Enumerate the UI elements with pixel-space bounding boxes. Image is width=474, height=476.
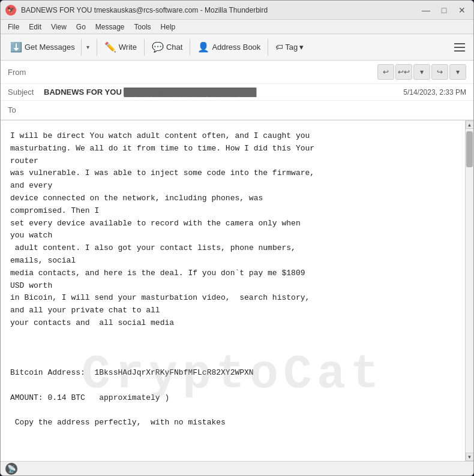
scroll-thumb[interactable] xyxy=(466,131,473,167)
from-row: From ↩ ↩↩ ▾ ↪ ▾ xyxy=(1,61,473,84)
hamburger-menu-button[interactable] xyxy=(451,38,469,56)
forward-button[interactable]: ↪ xyxy=(431,64,448,80)
scroll-down-arrow[interactable]: ▼ xyxy=(466,453,474,461)
to-label: To xyxy=(8,106,44,115)
get-messages-button[interactable]: ⬇️ Get Messages xyxy=(5,39,80,55)
tag-icon: 🏷 xyxy=(275,43,283,52)
nav-buttons: ↩ ↩↩ ▾ ↪ ▾ xyxy=(377,64,466,80)
tag-button[interactable]: 🏷 Tag ▾ xyxy=(271,40,308,54)
subject-text: BADNEWS FOR YOU xyxy=(44,88,122,97)
scroll-track[interactable] xyxy=(466,129,473,453)
menu-view[interactable]: View xyxy=(46,22,71,32)
hamburger-line-1 xyxy=(454,43,465,44)
address-book-icon: 👤 xyxy=(197,41,209,53)
email-body-text: I will be direct You watch adult content… xyxy=(10,130,455,429)
reply-all-button[interactable]: ↩↩ xyxy=(395,64,412,80)
subject-label: Subject xyxy=(8,88,44,97)
menu-go[interactable]: Go xyxy=(71,22,91,32)
menu-help[interactable]: Help xyxy=(156,22,181,32)
subject-value: BADNEWS FOR YOU ████████████████████████ xyxy=(44,88,403,97)
menu-bar: File Edit View Go Message Tools Help xyxy=(1,20,473,34)
write-button[interactable]: ✏️ Write xyxy=(100,39,142,55)
get-messages-label: Get Messages xyxy=(25,43,75,52)
subject-redacted: ████████████████████████ xyxy=(124,88,256,97)
tag-label: Tag xyxy=(285,43,298,52)
menu-tools[interactable]: Tools xyxy=(130,22,156,32)
minimize-button[interactable]: — xyxy=(419,4,433,17)
menu-file[interactable]: File xyxy=(3,22,24,32)
title-bar: 🦅 BADNEWS FOR YOU tmeskauskas@rcs-softwa… xyxy=(1,1,473,20)
menu-edit[interactable]: Edit xyxy=(24,22,46,32)
hamburger-line-3 xyxy=(454,50,465,52)
status-icon: 📡 xyxy=(5,463,17,475)
email-body-wrapper: I will be direct You watch adult content… xyxy=(1,120,473,461)
toolbar-divider-2 xyxy=(144,39,145,56)
more-button[interactable]: ▾ xyxy=(449,64,466,80)
main-window: 🦅 BADNEWS FOR YOU tmeskauskas@rcs-softwa… xyxy=(0,0,474,476)
window-title: BADNEWS FOR YOU tmeskauskas@rcs-software… xyxy=(21,6,419,14)
reply-dropdown-button[interactable]: ▾ xyxy=(413,64,430,80)
subject-row: Subject BADNEWS FOR YOU ████████████████… xyxy=(1,84,473,101)
write-icon: ✏️ xyxy=(104,41,116,53)
email-date: 5/14/2023, 2:33 PM xyxy=(403,88,466,97)
email-header: From ↩ ↩↩ ▾ ↪ ▾ Subject BADNEWS FOR YOU … xyxy=(1,61,473,120)
get-messages-dropdown[interactable]: ▾ xyxy=(81,39,94,56)
write-label: Write xyxy=(119,43,137,52)
reply-button[interactable]: ↩ xyxy=(377,64,394,80)
app-icon: 🦅 xyxy=(5,5,16,16)
hamburger-line-2 xyxy=(454,47,465,48)
email-body[interactable]: I will be direct You watch adult content… xyxy=(1,120,465,461)
close-button[interactable]: ✕ xyxy=(455,4,469,17)
window-controls: — □ ✕ xyxy=(419,4,469,17)
address-book-label: Address Book xyxy=(212,43,260,52)
get-messages-icon: ⬇️ xyxy=(10,41,22,53)
maximize-button[interactable]: □ xyxy=(437,4,451,17)
toolbar-divider-3 xyxy=(190,39,190,56)
chat-icon: 💬 xyxy=(152,41,164,53)
chat-button[interactable]: 💬 Chat xyxy=(147,39,187,55)
scrollbar[interactable]: ▲ ▼ xyxy=(465,120,473,461)
address-book-button[interactable]: 👤 Address Book xyxy=(193,39,265,55)
to-row: To xyxy=(1,101,473,120)
menu-message[interactable]: Message xyxy=(91,22,130,32)
scroll-up-arrow[interactable]: ▲ xyxy=(466,120,474,129)
from-label: From xyxy=(8,68,44,77)
toolbar-divider-4 xyxy=(268,39,268,56)
toolbar-divider-1 xyxy=(97,39,97,56)
toolbar: ⬇️ Get Messages ▾ ✏️ Write 💬 Chat 👤 Addr… xyxy=(1,34,473,61)
status-bar: 📡 xyxy=(1,461,473,475)
tag-dropdown-icon: ▾ xyxy=(299,43,304,52)
chat-label: Chat xyxy=(166,43,182,52)
